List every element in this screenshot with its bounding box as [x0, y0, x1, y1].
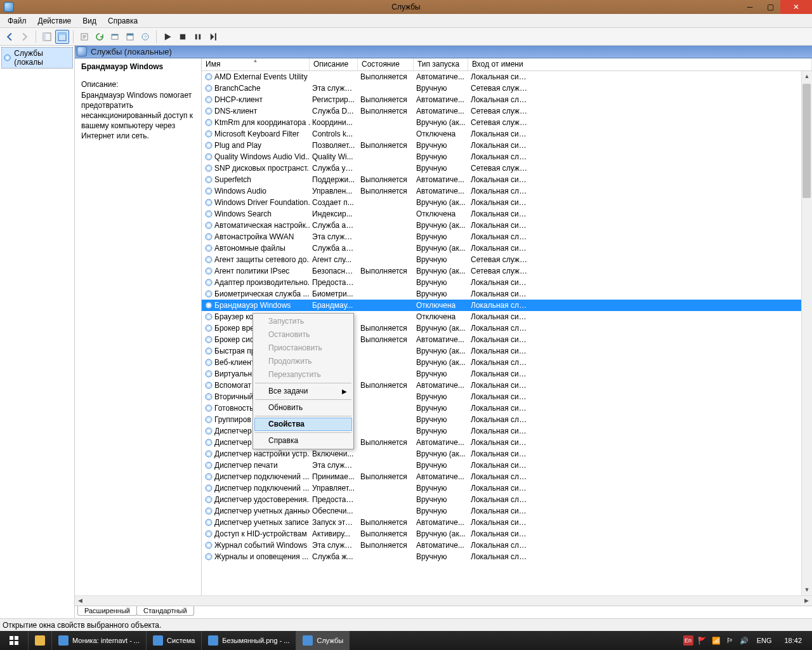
column-header-description[interactable]: Описание [310, 58, 358, 70]
ctx-stop[interactable]: Остановить [254, 328, 352, 342]
menu-help[interactable]: Справка [103, 15, 143, 27]
tray-flag-icon[interactable]: 🚩 [697, 635, 707, 646]
table-row[interactable]: Агент защиты сетевого до...Агент слу...В… [202, 254, 812, 265]
tray-lang-indicator[interactable]: En [683, 635, 693, 646]
table-row[interactable]: Диспетчер настройки устр...Включени...Вр… [202, 448, 812, 460]
column-header-logon[interactable]: Вход от имени [468, 58, 812, 70]
taskbar-item[interactable]: Система [146, 631, 201, 650]
table-row[interactable]: Диспетчер учетных записе...Запуск это...… [202, 517, 812, 528]
ctx-pause[interactable]: Приостановить [254, 342, 352, 355]
table-row[interactable]: DNS-клиентСлужба D...ВыполняетсяАвтомати… [202, 105, 812, 117]
app-icon [58, 635, 69, 646]
cell-name: Microsoft Keyboard Filter [202, 129, 310, 138]
svg-rect-3 [58, 33, 66, 35]
table-row[interactable]: BranchCacheЭта служб...ВручнуюСетевая сл… [202, 83, 812, 94]
table-row[interactable]: DHCP-клиентРегистрир...ВыполняетсяАвтома… [202, 94, 812, 105]
table-row[interactable]: SuperfetchПоддержи...ВыполняетсяАвтомати… [202, 174, 812, 185]
scroll-right-icon[interactable]: ▶ [801, 597, 812, 604]
tray-action-center-icon[interactable]: 🏳 [725, 635, 735, 646]
table-row[interactable]: Диспетчер печатиЭта служб...ВручнуюЛокал… [202, 460, 812, 471]
start-button[interactable] [0, 631, 28, 650]
column-header-status[interactable]: Состояние [358, 58, 414, 70]
table-row[interactable]: Plug and PlayПозволяет...ВыполняетсяВруч… [202, 140, 812, 151]
tray-network-icon[interactable]: 📶 [711, 635, 721, 646]
scroll-up-icon[interactable]: ▲ [802, 71, 812, 82]
table-row[interactable]: Windows Driver Foundation...Создает п...… [202, 197, 812, 208]
table-row[interactable]: Доступ к HID-устройствамАктивиру...Выпол… [202, 528, 812, 540]
taskbar-explorer[interactable] [28, 631, 51, 650]
ctx-all-tasks[interactable]: Все задачи▶ [254, 385, 352, 398]
menu-file[interactable]: Файл [3, 15, 32, 27]
ctx-resume[interactable]: Продолжить [254, 355, 352, 368]
table-row[interactable]: Quality Windows Audio Vid...Quality Wi..… [202, 151, 812, 162]
ctx-help[interactable]: Справка [254, 434, 352, 448]
column-header-name[interactable]: ▲Имя [202, 58, 310, 70]
stop-service-button[interactable] [176, 30, 190, 44]
details-pane-button[interactable] [55, 30, 69, 44]
scroll-left-icon[interactable]: ◀ [75, 597, 86, 604]
help-button[interactable]: ? [138, 30, 152, 44]
scroll-down-icon[interactable]: ▼ [802, 585, 812, 595]
tray-volume-icon[interactable]: 🔊 [739, 635, 749, 646]
table-row[interactable]: Журнал событий WindowsЭта служб...Выполн… [202, 540, 812, 551]
taskbar-item[interactable]: Безымянный.png - ... [201, 631, 296, 650]
table-row[interactable]: Автоматическая настройк...Служба ав...Вр… [202, 220, 812, 231]
back-button[interactable] [3, 30, 16, 44]
minimize-button[interactable]: ─ [740, 0, 760, 14]
scrollbar-horizontal[interactable]: ◀ ▶ [75, 595, 812, 606]
cell-desc: Служба ж... [310, 552, 358, 561]
column-header-startup[interactable]: Тип запуска [414, 58, 468, 70]
content-header-label: Службы (локальные) [91, 47, 172, 56]
export-list-button[interactable] [77, 30, 91, 44]
cell-logon: Локальная сис... [468, 175, 530, 184]
scroll-thumb[interactable] [802, 84, 811, 198]
table-row[interactable]: Диспетчер подключений ...Принимае...Выпо… [202, 471, 812, 482]
cell-desc: Безопасно... [310, 267, 358, 275]
tray-language[interactable]: ENG [753, 637, 776, 644]
close-button[interactable]: ✕ [780, 0, 812, 14]
table-row[interactable]: SNP дисковых пространст...Служба уз...Вр… [202, 162, 812, 174]
menu-view[interactable]: Вид [77, 15, 102, 27]
restart-service-button[interactable] [206, 30, 220, 44]
svg-rect-11 [180, 34, 185, 39]
table-row[interactable]: AMD External Events UtilityВыполняетсяАв… [202, 71, 812, 83]
table-row[interactable]: Агент политики IPsecБезопасно...Выполняе… [202, 265, 812, 277]
show-hide-tree-button[interactable] [40, 30, 54, 44]
table-row[interactable]: Биометрическая служба ...Биометри...Вруч… [202, 288, 812, 300]
table-row[interactable]: Windows AudioУправлен...ВыполняетсяАвтом… [202, 185, 812, 197]
pause-service-button[interactable] [191, 30, 205, 44]
export-button[interactable] [108, 30, 122, 44]
cell-logon: Сетевая служба [468, 107, 530, 116]
table-row[interactable]: Диспетчер учетных данныхОбеспечи...Вручн… [202, 505, 812, 517]
ctx-properties[interactable]: Свойства [254, 418, 352, 431]
svg-point-60 [207, 315, 210, 318]
scrollbar-vertical[interactable]: ▲ ▼ [801, 71, 812, 595]
tab-extended[interactable]: Расширенный [77, 606, 137, 616]
table-row[interactable]: Диспетчер подключений ...Управляет...Вру… [202, 482, 812, 494]
start-service-button[interactable] [160, 30, 174, 44]
table-row[interactable]: Диспетчер удостоверения...Предостав...Вр… [202, 494, 812, 505]
maximize-button[interactable]: ▢ [760, 0, 780, 14]
tray-clock[interactable]: 18:42 [779, 637, 807, 644]
menu-action[interactable]: Действие [33, 15, 77, 27]
cell-desc: Эта служб... [310, 541, 358, 550]
table-row[interactable]: Автономные файлыСлужба ав...Вручную (ак.… [202, 242, 812, 254]
forward-button[interactable] [18, 30, 32, 44]
taskbar-item[interactable]: Службы [296, 631, 350, 650]
tree-node-services[interactable]: Службы (локалы [1, 47, 73, 69]
table-row[interactable]: Журналы и оповещения ...Служба ж...Вручн… [202, 551, 812, 562]
ctx-start[interactable]: Запустить [254, 315, 352, 328]
refresh-button[interactable] [93, 30, 107, 44]
table-row[interactable]: Microsoft Keyboard FilterControls k...От… [202, 128, 812, 140]
table-row[interactable]: KtmRm для координатора ...Координи...Вру… [202, 117, 812, 128]
taskbar-item[interactable]: Моника: internavt - ... [51, 631, 146, 650]
table-row[interactable]: Адаптер производительно...Предостав...Вр… [202, 277, 812, 288]
table-row[interactable]: Автонастройка WWANЭта служб...ВручнуюЛок… [202, 231, 812, 242]
ctx-restart[interactable]: Перезапустить [254, 368, 352, 381]
table-row[interactable]: Брандмауэр WindowsБрандмау...ОтключенаЛо… [202, 300, 812, 311]
ctx-refresh[interactable]: Обновить [254, 401, 352, 415]
tab-standard[interactable]: Стандартный [136, 606, 194, 616]
table-row[interactable]: Windows SearchИндексир...ОтключенаЛокаль… [202, 208, 812, 220]
svg-point-66 [207, 350, 210, 352]
properties-button[interactable] [123, 30, 137, 44]
